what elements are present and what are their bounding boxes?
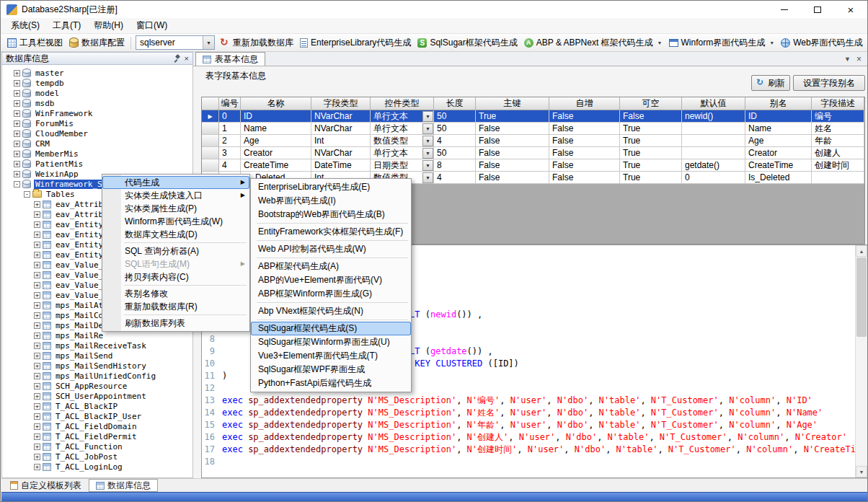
auto-hide-pin-icon[interactable] [174, 55, 181, 63]
row-header-2[interactable] [202, 135, 219, 147]
scrollbar-thumb[interactable] [856, 257, 867, 337]
cell-ctype-1[interactable]: 单行文本▼ [371, 123, 434, 135]
tree-item-t-acl-jobpost[interactable]: +T_ACL_JobPost [2, 452, 192, 462]
row-header-3[interactable] [202, 147, 219, 159]
sub-bootstrap-web-ui-codegen[interactable]: Bootstrap的Web界面代码生成(B) [251, 208, 411, 221]
sub-vue3-element-ui-codegen[interactable]: Vue3+Element界面代码生成(T) [251, 349, 411, 363]
expander-icon[interactable]: + [34, 393, 40, 400]
tree-item-winframework[interactable]: +WinFramework [2, 108, 192, 118]
combo-dropdown-button[interactable]: ▼ [422, 160, 433, 171]
expander-icon[interactable]: + [14, 161, 20, 167]
grid-row-4[interactable]: 4CreateTimeDateTime日期类型▼8FalseFalseTrueg… [202, 159, 864, 172]
tree-item-t-acl-blackip-user[interactable]: +T_ACL_BlackIP_User [2, 411, 192, 421]
tree-item-msdb[interactable]: +msdb [2, 98, 192, 108]
column-header-nullable[interactable]: 可空 [620, 97, 682, 110]
ctx-winform-ui-codegen[interactable]: Winform界面代码生成(W) [102, 215, 249, 228]
expander-icon[interactable]: + [34, 201, 40, 208]
menu-system[interactable]: 系统(S) [4, 17, 46, 34]
column-header-len[interactable]: 长度 [434, 97, 476, 110]
scroll-up-icon[interactable]: ▲ [856, 245, 867, 257]
grid-row-3[interactable]: 3CreatorNVarChar单行文本▼50FalseFalseTrueCre… [202, 147, 864, 159]
tab-table-basic-info[interactable]: 表基本信息 [195, 52, 265, 66]
ctx-reload-database[interactable]: 重新加载数据库(R) [102, 300, 249, 313]
tree-item-t-acl-fielddomain[interactable]: +T_ACL_FieldDomain [2, 421, 192, 431]
tree-item-mps-mailunifiedconfig[interactable]: +mps_MailUnifiedConfig [2, 371, 192, 381]
maximize-button[interactable] [801, 1, 834, 18]
expander-icon[interactable]: + [34, 252, 40, 258]
expander-icon[interactable]: + [34, 373, 40, 379]
expander-icon[interactable]: + [14, 141, 20, 147]
refresh-button[interactable]: 刷新 [751, 75, 790, 91]
tree-item-mps-mailre[interactable]: +mps_MailRe [2, 330, 192, 340]
tree-item-mps-mailsend[interactable]: +mps_MailSend [2, 351, 192, 361]
sub-sqlsugar-wpf-ui-gen[interactable]: SqlSugar框架WPF界面生成 [251, 363, 411, 376]
sub-sqlsugar-codegen[interactable]: SqlSugar框架代码生成(S) [251, 322, 411, 335]
expander-icon[interactable]: + [34, 262, 40, 268]
tree-item-t-acl-fieldpermit[interactable]: +T_ACL_FieldPermit [2, 431, 192, 441]
expander-icon[interactable]: + [34, 444, 40, 450]
database-config-button[interactable]: 数据库配置 [66, 35, 128, 50]
expander-icon[interactable]: + [34, 383, 40, 389]
expander-icon[interactable]: + [34, 403, 40, 410]
expander-icon[interactable]: + [34, 363, 40, 369]
tree-item-membermis[interactable]: +MemberMis [2, 149, 192, 159]
expander-icon[interactable]: + [34, 423, 40, 430]
expander-icon[interactable]: + [14, 80, 20, 87]
tree-item-sch-appresource[interactable]: +SCH_AppResource [2, 381, 192, 391]
grid-row-0[interactable]: ▶0IDNVarChar单行文本▼50TrueFalseFalsenewid()… [202, 110, 864, 123]
sub-abp-winform-ui-gen[interactable]: ABP框架Winform界面生成(G) [251, 287, 411, 301]
sub-sqlsugar-winform-ui-gen[interactable]: SqlSugar框架Winform界面生成(U) [251, 335, 411, 349]
expander-icon[interactable]: + [34, 343, 40, 349]
column-header-desc[interactable]: 字段描述 [812, 97, 864, 110]
expander-icon[interactable]: + [34, 322, 40, 329]
tree-item-model[interactable]: +model [2, 88, 192, 98]
winform-ui-codegen-button[interactable]: Winform界面代码生成▼ [666, 35, 778, 50]
sub-enterpriselibrary-codegen[interactable]: EnterpriseLibrary代码生成(E) [251, 180, 411, 194]
expander-icon[interactable]: + [14, 100, 20, 107]
expander-icon[interactable]: + [14, 110, 20, 117]
sub-abp-vue-element-ui-code[interactable]: ABP的Vue+Element界面代码(V) [251, 273, 411, 287]
sub-entityframework-codegen[interactable]: EntityFramework实体框架代码生成(F) [251, 225, 411, 239]
expander-icon[interactable]: + [34, 302, 40, 309]
ctx-entity-class-quick-entry[interactable]: 实体类生成快速入口▶ [102, 189, 249, 202]
expander-icon[interactable]: + [14, 131, 20, 137]
column-header-alias[interactable]: 别名 [745, 97, 812, 110]
combo-dropdown-button[interactable]: ▼ [422, 148, 433, 159]
combo-dropdown-button[interactable]: ▼ [203, 36, 214, 49]
menu-tools[interactable]: 工具(T) [46, 17, 87, 34]
tab-database-info[interactable]: 数据库信息 [89, 479, 158, 492]
db-type-combo[interactable]: sqlserver▼ [136, 35, 215, 50]
tree-item-master[interactable]: +master [2, 68, 192, 78]
expander-icon[interactable]: + [34, 333, 40, 339]
expander-icon[interactable]: + [14, 70, 20, 76]
tree-item-t-acl-blackip[interactable]: +T_ACL_BlackIP [2, 401, 192, 411]
tree-item-tempdb[interactable]: +tempdb [2, 78, 192, 88]
combo-dropdown-button[interactable]: ▼ [422, 123, 433, 134]
column-header-ctype[interactable]: 控件类型 [371, 97, 434, 110]
expander-icon[interactable]: - [14, 181, 20, 188]
sub-webapi-controller-codegen[interactable]: Web API控制器代码生成(W) [251, 242, 411, 256]
tree-item-crm[interactable]: +CRM [2, 138, 192, 149]
tree-item-mps-mailreceivetask[interactable]: +mps_MailReceiveTask [2, 340, 192, 351]
close-button[interactable]: × [834, 1, 867, 18]
scroll-down-icon[interactable]: ▼ [856, 466, 867, 477]
expander-icon[interactable]: + [34, 211, 40, 218]
sub-python-fastapi-backend-gen[interactable]: Python+FastApi后端代码生成 [251, 376, 411, 390]
sub-abp-codegen[interactable]: ABP框架代码生成(A) [251, 260, 411, 273]
row-header-1[interactable] [202, 123, 219, 135]
column-header-def[interactable]: 默认值 [682, 97, 745, 110]
sqlsugar-codegen-button[interactable]: SqlSugar框架代码生成 [415, 35, 520, 50]
ctx-sql-query-analyzer[interactable]: SQL 查询分析器(A) [102, 245, 249, 257]
ctx-table-alias-edit[interactable]: 表别名修改 [102, 287, 249, 300]
expander-icon[interactable]: + [34, 312, 40, 319]
set-field-alias-button[interactable]: 设置字段别名 [793, 75, 865, 91]
cell-ctype-0[interactable]: 单行文本▼ [371, 110, 434, 123]
column-header-pk[interactable]: 主键 [476, 97, 549, 110]
tree-item-t-acl-function[interactable]: +T_ACL_Function [2, 441, 192, 452]
expander-icon[interactable]: + [34, 433, 40, 440]
combo-dropdown-button[interactable]: ▼ [422, 111, 433, 122]
expander-icon[interactable]: + [34, 413, 40, 420]
row-header-4[interactable] [202, 159, 219, 172]
cell-ctype-2[interactable]: 数值类型▼ [371, 135, 434, 147]
expander-icon[interactable]: + [14, 120, 20, 127]
